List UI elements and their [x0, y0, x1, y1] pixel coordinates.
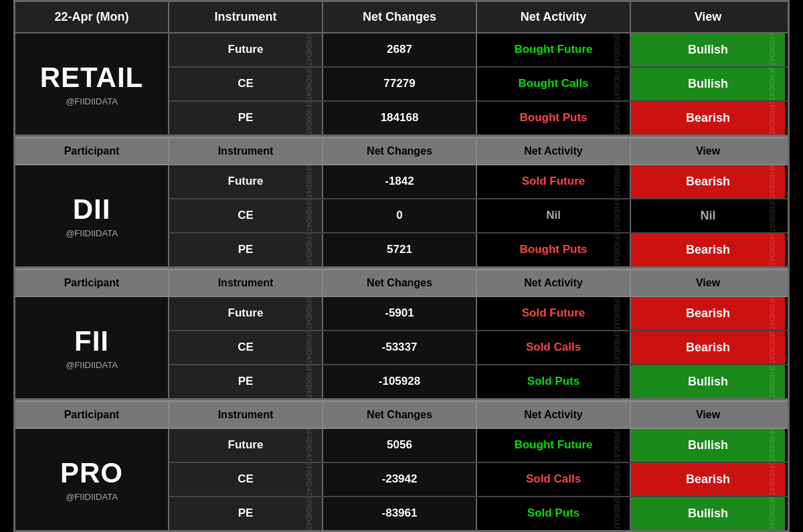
changes-cell: -23942	[323, 463, 477, 496]
watermark: @FIIDIIDATA	[304, 297, 312, 330]
activity-label: Bought Puts	[519, 243, 587, 256]
changes-cell: 5721	[323, 234, 477, 266]
activity-cell: Sold Future@FIIDIIDATA	[477, 165, 631, 198]
section-dii: DII @FIIDIIDATA Future@FIIDIIDATA-1842So…	[15, 165, 788, 268]
activity-label: Sold Puts	[527, 507, 579, 519]
view-cell: Bearish@FIIDIIDATA	[631, 102, 785, 135]
instrument-label: CE	[238, 77, 254, 90]
instrument-cell: PE@FIIDIIDATA	[169, 365, 323, 398]
instrument-label: Future	[228, 43, 264, 56]
data-rows: Future@FIIDIIDATA-5901Sold Future@FIIDII…	[169, 297, 788, 398]
activity-cell: Bought Future@FIIDIIDATA	[477, 33, 631, 66]
view-cell: Bearish@FIIDIIDATA	[631, 234, 785, 266]
changes-cell: 5056	[323, 429, 477, 462]
changes-cell: -105928	[323, 365, 477, 398]
instrument-label: CE	[238, 472, 254, 485]
watermark: @FIIDIIDATA	[304, 33, 312, 66]
header-instrument: Instrument	[169, 2, 323, 32]
instrument-label: Future	[228, 306, 264, 319]
activity-label: Sold Future	[522, 175, 585, 187]
view-label: Bearish	[686, 243, 730, 256]
view-cell: Bearish@FIIDIIDATA	[631, 297, 785, 330]
watermark: @FIIDIIDATA	[304, 165, 312, 198]
participant-name: DII	[73, 193, 111, 226]
participant-row-retail: RETAIL @FIIDIIDATA Future@FIIDIIDATA2687…	[15, 33, 788, 135]
table-row: Future@FIIDIIDATA5056Bought Future@FIIDI…	[169, 429, 788, 463]
watermark: @FIIDIIDATA	[768, 297, 775, 330]
activity-cell: Sold Future@FIIDIIDATA	[477, 297, 631, 330]
view-label: Bearish	[686, 111, 730, 124]
activity-cell: Sold Calls@FIIDIIDATA	[477, 463, 631, 496]
sub-header-cell-3: Net Activity	[477, 402, 631, 428]
activity-label: Bought Puts	[519, 111, 587, 124]
activity-cell: Bought Puts@FIIDIIDATA	[477, 102, 631, 135]
sub-header-cell-1: Instrument	[169, 402, 323, 428]
participant-name: FII	[74, 325, 109, 357]
view-label: Bullish	[688, 507, 728, 520]
activity-label: Nil	[546, 209, 561, 221]
data-rows: Future@FIIDIIDATA-1842Sold Future@FIIDII…	[169, 165, 788, 266]
participant-row-dii: DII @FIIDIIDATA Future@FIIDIIDATA-1842So…	[15, 165, 788, 266]
participant-handle: @FIIDIIDATA	[66, 96, 118, 106]
view-cell: Bearish@FIIDIIDATA	[631, 463, 785, 496]
watermark: @FIIDIIDATA	[304, 497, 312, 530]
watermark: @FIIDIIDATA	[304, 429, 312, 462]
sub-header-cell-1: Instrument	[169, 139, 323, 164]
watermark: @FIIDIIDATA	[768, 165, 775, 198]
table-row: PE@FIIDIIDATA-105928Sold Puts@FIIDIIDATA…	[169, 365, 788, 398]
activity-cell: Sold Calls@FIIDIIDATA	[477, 331, 631, 364]
instrument-label: CE	[238, 209, 254, 221]
view-cell: Bullish@FIIDIIDATA	[631, 33, 785, 66]
main-header-row: 22-Apr (Mon) Instrument Net Changes Net …	[15, 2, 788, 33]
section-fii: FII @FIIDIIDATA Future@FIIDIIDATA-5901So…	[15, 297, 788, 400]
activity-cell: Bought Calls@FIIDIIDATA	[477, 68, 631, 100]
activity-label: Bought Future	[514, 43, 592, 56]
table-row: CE@FIIDIIDATA77279Bought Calls@FIIDIIDAT…	[169, 68, 788, 102]
watermark: @FIIDIIDATA	[768, 68, 775, 100]
sub-header-cell-4: View	[631, 139, 785, 164]
view-label: Bearish	[686, 175, 730, 188]
watermark: @FIIDIIDATA	[768, 497, 775, 530]
table-row: CE@FIIDIIDATA-53337Sold Calls@FIIDIIDATA…	[169, 331, 788, 365]
participant-handle: @FIIDIIDATA	[66, 360, 118, 370]
header-net-activity: Net Activity	[477, 2, 631, 32]
participant-cell-dii: DII @FIIDIIDATA	[15, 165, 169, 266]
view-cell: Bearish@FIIDIIDATA	[631, 165, 785, 198]
instrument-cell: Future@FIIDIIDATA	[169, 165, 323, 198]
view-label: Bullish	[688, 43, 728, 56]
main-table: 22-Apr (Mon) Instrument Net Changes Net …	[13, 0, 790, 532]
watermark: @FIIDIIDATA	[768, 102, 775, 135]
sub-header-row: ParticipantInstrumentNet ChangesNet Acti…	[15, 137, 788, 165]
sub-header-cell-2: Net Changes	[323, 270, 477, 296]
changes-cell: 2687	[323, 33, 477, 66]
table-row: Future@FIIDIIDATA-1842Sold Future@FIIDII…	[169, 165, 788, 199]
view-cell: Bullish@FIIDIIDATA	[631, 68, 785, 100]
instrument-cell: PE@FIIDIIDATA	[169, 497, 323, 530]
changes-cell: -53337	[323, 331, 477, 364]
participant-cell-retail: RETAIL @FIIDIIDATA	[15, 33, 169, 135]
activity-label: Sold Puts	[527, 375, 579, 387]
section-retail: RETAIL @FIIDIIDATA Future@FIIDIIDATA2687…	[15, 33, 788, 137]
section-pro: PRO @FIIDIIDATA Future@FIIDIIDATA5056Bou…	[15, 429, 788, 532]
watermark: @FIIDIIDATA	[304, 463, 312, 496]
watermark: @FIIDIIDATA	[304, 234, 312, 266]
watermark: @FIIDIIDATA	[768, 463, 775, 496]
watermark: @FIIDIIDATA	[304, 199, 312, 232]
sub-header-cell-0: Participant	[15, 270, 169, 296]
table-row: Future@FIIDIIDATA2687Bought Future@FIIDI…	[169, 33, 788, 68]
instrument-cell: Future@FIIDIIDATA	[169, 297, 323, 330]
data-rows: Future@FIIDIIDATA2687Bought Future@FIIDI…	[169, 33, 788, 135]
table-row: Future@FIIDIIDATA-5901Sold Future@FIIDII…	[169, 297, 788, 331]
participant-name: PRO	[60, 457, 123, 489]
watermark: @FIIDIIDATA	[612, 497, 620, 530]
header-date: 22-Apr (Mon)	[15, 2, 169, 32]
activity-label: Sold Calls	[526, 472, 581, 485]
watermark: @FIIDIIDATA	[304, 365, 312, 398]
sub-header-cell-0: Participant	[15, 139, 169, 164]
view-label: Bearish	[686, 341, 730, 354]
participant-handle: @FIIDIIDATA	[66, 492, 118, 502]
watermark: @FIIDIIDATA	[768, 331, 775, 364]
activity-cell: Sold Puts@FIIDIIDATA	[477, 365, 631, 398]
watermark: @FIIDIIDATA	[304, 331, 312, 364]
header-view: View	[631, 2, 785, 32]
